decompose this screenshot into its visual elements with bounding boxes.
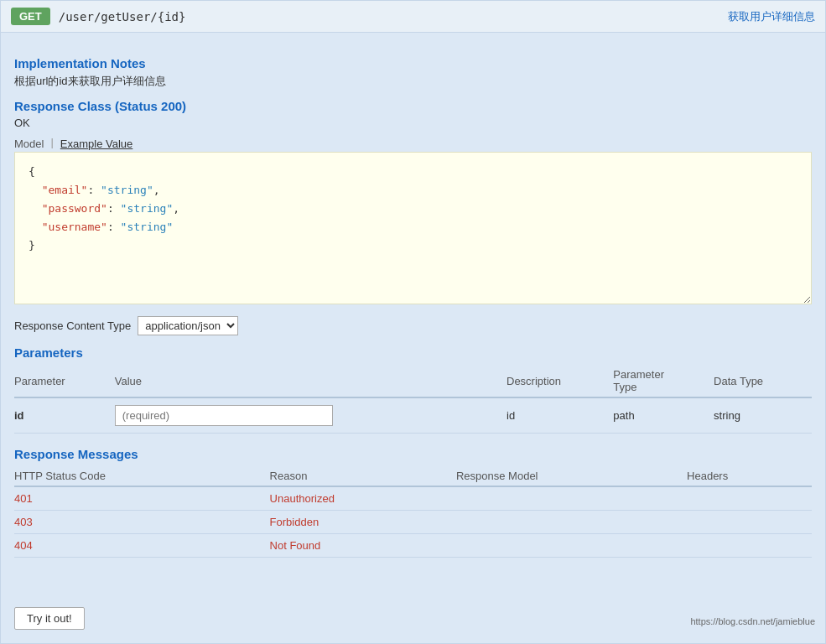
col-parameter: Parameter [14,365,115,397]
content-type-select[interactable]: application/json [138,316,238,335]
param-desc-id: id [507,397,613,434]
headers-401 [687,486,812,511]
col-data-type: Data Type [714,365,812,397]
description-link[interactable]: 获取用户详细信息 [728,9,815,24]
reason-401: Unauthorized [270,486,456,511]
model-tab[interactable]: Model [14,136,44,152]
model-401 [456,486,687,511]
response-content-type-row: Response Content Type application/json [14,316,812,335]
response-messages-section: Response Messages HTTP Status Code Reaso… [14,447,812,558]
status-code-401: 401 [14,486,270,511]
status-code-403: 403 [14,511,270,534]
implementation-notes-desc: 根据url的id来获取用户详细信息 [14,74,812,89]
code-area-wrapper: { "email": "string", "password": "string… [14,152,812,304]
resp-header-row: HTTP Status Code Reason Response Model H… [14,466,812,486]
header-left: GET /user/getUser/{id} [11,8,185,25]
param-input-id[interactable] [115,405,333,426]
model-404 [456,534,687,558]
params-header-row: Parameter Value Description ParameterTyp… [14,365,812,397]
response-class-title: Response Class (Status 200) [14,99,812,113]
endpoint-path: /user/getUser/{id} [59,10,186,23]
parameters-section: Parameters Parameter Value Description P… [14,345,812,434]
tab-divider: | [50,136,53,152]
method-badge: GET [11,8,50,25]
code-block: { "email": "string", "password": "string… [15,153,811,304]
param-row-id: id id path string [14,397,812,434]
param-name-id: id [14,409,24,422]
reason-404: Not Found [270,534,456,558]
content-area: Implementation Notes 根据url的id来获取用户详细信息 R… [1,33,825,608]
parameters-title: Parameters [14,345,812,360]
col-headers: Headers [687,466,812,486]
col-response-model: Response Model [456,466,687,486]
main-container: GET /user/getUser/{id} 获取用户详细信息 Implemen… [0,0,826,644]
col-param-type: ParameterType [613,365,714,397]
response-messages-table: HTTP Status Code Reason Response Model H… [14,466,812,558]
model-tabs: Model | Example Value [14,136,812,152]
example-value-tab[interactable]: Example Value [60,136,132,152]
watermark: https://blog.csdn.net/jamieblue [690,616,815,626]
response-class-status: OK [14,117,812,129]
response-content-type-label: Response Content Type [14,319,131,332]
headers-403 [687,511,812,534]
resp-row-401: 401 Unauthorized [14,486,812,511]
col-reason: Reason [270,466,456,486]
col-http-status: HTTP Status Code [14,466,270,486]
reason-403: Forbidden [270,511,456,534]
header-bar: GET /user/getUser/{id} 获取用户详细信息 [1,1,825,33]
parameters-table: Parameter Value Description ParameterTyp… [14,365,812,434]
param-datatype-id: string [714,397,812,434]
col-description: Description [507,365,613,397]
headers-404 [687,534,812,558]
status-code-404: 404 [14,534,270,558]
resp-row-403: 403 Forbidden [14,511,812,534]
param-type-id: path [613,397,714,434]
implementation-notes-title: Implementation Notes [14,56,812,70]
model-403 [456,511,687,534]
col-value: Value [115,365,507,397]
resp-row-404: 404 Not Found [14,534,812,558]
try-it-out-button[interactable]: Try it out! [14,607,85,630]
response-messages-title: Response Messages [14,447,812,461]
